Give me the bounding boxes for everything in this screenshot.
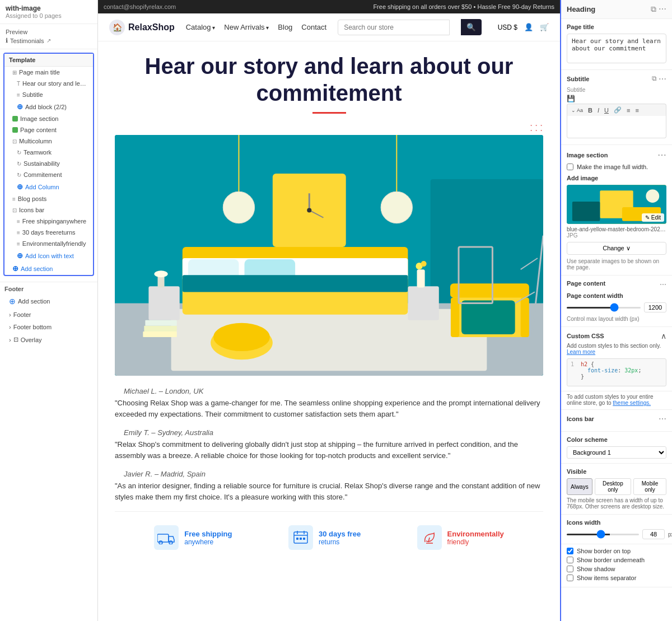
add-icon-item[interactable]: ⊕ Add Icon with text	[4, 249, 93, 262]
subtitle-item[interactable]: ≡ Subtitle	[4, 89, 93, 100]
cart-icon[interactable]: 🛒	[540, 23, 549, 31]
add-section-item[interactable]: ⊕ Add section	[4, 262, 93, 275]
multicolumn-item[interactable]: ⊡ Multicolumn	[4, 136, 93, 147]
days-returns-item[interactable]: ≡ 30 days freereturns	[4, 227, 93, 238]
rs-learn-more-link[interactable]: Learn more	[567, 349, 595, 355]
rs-subtitle-dots-icon[interactable]: ⋯	[659, 74, 666, 83]
store-logo[interactable]: 🏠 RelaxShop	[109, 20, 175, 35]
rs-subtitle-copy-icon[interactable]: ⧉	[652, 74, 657, 83]
testimonial-text-2: "As an interior designer, finding a reli…	[115, 480, 543, 502]
ordered-list-icon[interactable]: ≡	[633, 106, 640, 114]
rs-theme-settings-note: To add custom styles to your entire onli…	[561, 391, 672, 410]
svg-point-9	[223, 192, 254, 223]
rs-show-shadow-label: Show shadow	[577, 566, 615, 572]
nav-catalog[interactable]: Catalog	[186, 23, 216, 31]
image-section-item[interactable]: Image section	[4, 113, 93, 124]
rs-icons-width-slider[interactable]	[567, 534, 639, 535]
grid2-icon: ⊡	[12, 138, 17, 144]
overlay-item[interactable]: › ⊡ Overlay	[4, 333, 93, 346]
heading-item[interactable]: T Hear our story and learn ab...	[4, 78, 93, 89]
rs-icons-width-input[interactable]	[642, 529, 665, 539]
rs-icons-bar-dots-icon[interactable]: ⋯	[659, 414, 666, 423]
rs-image-type: JPG	[567, 232, 666, 239]
rs-visible-hint: The mobile screen has a width of up to 7…	[567, 497, 666, 510]
svg-point-19	[213, 323, 270, 351]
rs-custom-css-collapse-icon[interactable]: ∧	[661, 331, 666, 340]
testimonial-text-0: "Choosing Relax Shop was a game-changer …	[115, 398, 543, 419]
sidebar-preview: Preview ℹ Testimonials ↗	[0, 24, 97, 49]
rs-page-content-dots-icon[interactable]: ⋯	[660, 281, 666, 288]
testimonials-section: Michael L. – London, UK "Choosing Relax …	[115, 387, 543, 502]
rs-page-title-input[interactable]: Hear our story and learn about our commi…	[567, 34, 666, 63]
rs-dots-icon[interactable]: ⋯	[659, 4, 666, 14]
rs-show-separator-checkbox[interactable]	[567, 575, 573, 581]
commitment-item[interactable]: ↻ Commitement	[4, 169, 93, 180]
blog-icon: ≡	[12, 196, 16, 202]
returns-icon: ≡	[17, 230, 20, 236]
page-content-item[interactable]: Page content	[4, 124, 93, 136]
rs-page-width-input[interactable]	[644, 302, 666, 312]
rs-line-num-2	[571, 367, 577, 373]
nav-blog[interactable]: Blog	[278, 23, 292, 31]
search-input[interactable]	[338, 20, 450, 35]
rs-copy-icon[interactable]: ⧉	[651, 4, 656, 14]
heading-divider	[312, 112, 346, 114]
rs-show-border-top-checkbox[interactable]	[567, 548, 573, 554]
list-icon[interactable]: ≡	[625, 106, 632, 114]
page-main-title-item[interactable]: ⊞ Page main title	[4, 67, 93, 78]
footer-bottom-item[interactable]: › Footer bottom	[4, 321, 93, 333]
rs-code-editor[interactable]: 1 h2 { font-size: 32px; }	[567, 358, 666, 386]
rs-vis-mobile-button[interactable]: Mobile only	[633, 478, 666, 495]
svg-rect-39	[157, 534, 169, 542]
rs-change-image-button[interactable]: Change ∨	[567, 242, 666, 255]
svg-point-7	[307, 208, 311, 212]
rs-image-dots-icon[interactable]: ⋯	[657, 150, 666, 160]
rs-color-scheme-select[interactable]: Background 1	[567, 446, 666, 459]
sustainability-item[interactable]: ↻ Sustainability	[4, 158, 93, 169]
preview-item[interactable]: ℹ Testimonials ↗	[6, 37, 92, 44]
teamwork-item[interactable]: ↻ Teamwork	[4, 147, 93, 158]
rs-page-width-slider[interactable]	[567, 307, 641, 309]
account-icon[interactable]: 👤	[524, 23, 533, 31]
format-icon[interactable]: ⌄ Aa	[570, 107, 585, 114]
rs-show-border-bottom-checkbox[interactable]	[567, 557, 573, 563]
rs-code-content-3: }	[581, 373, 584, 380]
rs-vis-desktop-button[interactable]: Desktop only	[595, 478, 631, 495]
italic-icon[interactable]: I	[596, 106, 601, 114]
rs-page-content-hint: Control max layout width (px)	[567, 316, 666, 322]
page-body: Hear our story and learn about our commi…	[98, 41, 560, 575]
add-block-item[interactable]: ⊕ Add block (2/2)	[4, 100, 93, 113]
icons-bar-item[interactable]: ⊡ Icons bar	[4, 204, 93, 216]
footer-item[interactable]: › Footer	[4, 309, 93, 321]
underline-icon[interactable]: U	[603, 106, 610, 114]
footer-bottom-label: Footer bottom	[13, 324, 52, 330]
rs-color-scheme-section: Color scheme Background 1	[561, 432, 672, 464]
rs-edit-image-button[interactable]: ✎ Edit	[642, 213, 664, 222]
icon-bar-subtitle-0: anywhere	[184, 538, 232, 546]
blog-posts-item[interactable]: ≡ Blog posts	[4, 193, 93, 204]
rs-fullwidth-row[interactable]: Make the image full width.	[567, 164, 666, 170]
footer-add-section-item[interactable]: ⊕ Add section	[4, 294, 93, 309]
rs-show-shadow-checkbox[interactable]	[567, 566, 573, 572]
preview-label: Preview	[6, 29, 92, 35]
store-nav-links: Catalog New Arrivals Blog Contact	[186, 23, 326, 31]
rs-icons-bar-section: Icons bar ⋯	[561, 410, 672, 432]
add-column-item[interactable]: ⊕ Add Column	[4, 180, 93, 193]
rs-theme-settings-link[interactable]: theme settings.	[613, 400, 651, 406]
rs-vis-always-button[interactable]: Always	[567, 478, 592, 495]
eco-friendly-item[interactable]: ≡ Environmentallyfriendly	[4, 238, 93, 249]
eco-icon: ≡	[17, 241, 20, 247]
nav-contact[interactable]: Contact	[301, 23, 326, 31]
search-button[interactable]: 🔍	[461, 19, 482, 35]
rs-subtitle-input[interactable]	[567, 116, 666, 138]
currency-selector[interactable]: USD $	[498, 24, 517, 31]
nav-new-arrivals[interactable]: New Arrivals	[224, 23, 269, 31]
green-square-icon2	[12, 127, 18, 133]
topbar-shipping-msg: Free shipping on all orders over $50 • H…	[373, 3, 554, 10]
link-icon[interactable]: 🔗	[612, 106, 623, 114]
bold-icon[interactable]: B	[586, 106, 594, 114]
rs-heading-header: Heading ⧉ ⋯	[561, 0, 672, 19]
free-shipping-item[interactable]: ≡ Free shippinganywhere	[4, 216, 93, 227]
rs-icons-width-row: px	[567, 529, 666, 539]
rs-fullwidth-checkbox[interactable]	[567, 164, 573, 170]
